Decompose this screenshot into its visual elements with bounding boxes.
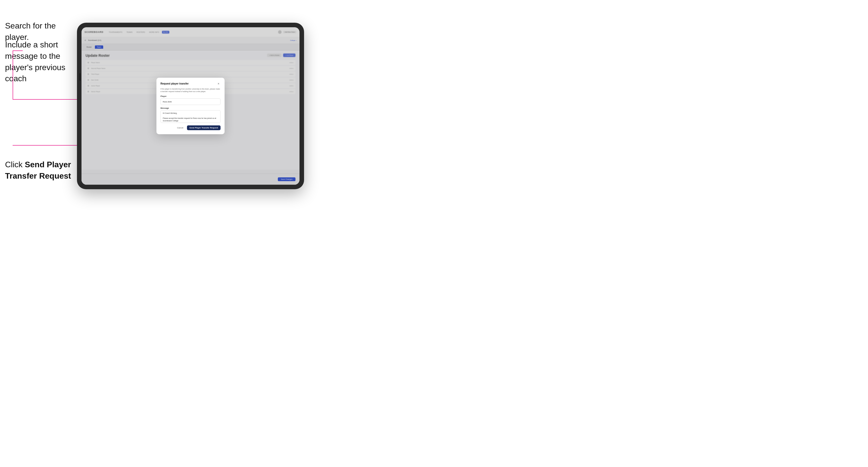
- player-field-label: Player: [160, 95, 220, 97]
- modal-overlay: Request player transfer × If the player …: [82, 27, 300, 185]
- cancel-button[interactable]: Cancel: [175, 126, 185, 130]
- modal-title: Request player transfer: [160, 82, 189, 85]
- modal-close-button[interactable]: ×: [217, 82, 220, 86]
- tablet-device: SCOREBOARD TOURNAMENTS TEAMS ROSTERS MOR…: [77, 23, 304, 189]
- modal-header: Request player transfer ×: [160, 82, 220, 86]
- modal-footer: Cancel Send Player Transfer Request: [160, 125, 220, 130]
- annotation-click-text: Click Send Player Transfer Request: [5, 159, 76, 182]
- tablet-screen: SCOREBOARD TOURNAMENTS TEAMS ROSTERS MOR…: [82, 27, 300, 185]
- tablet-side-button: [80, 73, 81, 81]
- annotation-message-text: Include a short message to the player's …: [5, 39, 76, 84]
- message-field-label: Message: [160, 107, 220, 109]
- send-transfer-request-button[interactable]: Send Player Transfer Request: [187, 125, 220, 130]
- player-search-input[interactable]: Rees Britt: [160, 98, 220, 105]
- message-textarea[interactable]: Hi Coach McHarg,Please accept this trans…: [160, 110, 220, 123]
- bracket-vertical-line: [12, 51, 13, 100]
- player-input-value: Rees Britt: [163, 101, 172, 103]
- transfer-request-modal: Request player transfer × If the player …: [156, 78, 224, 134]
- bracket-top-line: [12, 51, 23, 51]
- modal-description: If the player is transferring from anoth…: [160, 88, 220, 93]
